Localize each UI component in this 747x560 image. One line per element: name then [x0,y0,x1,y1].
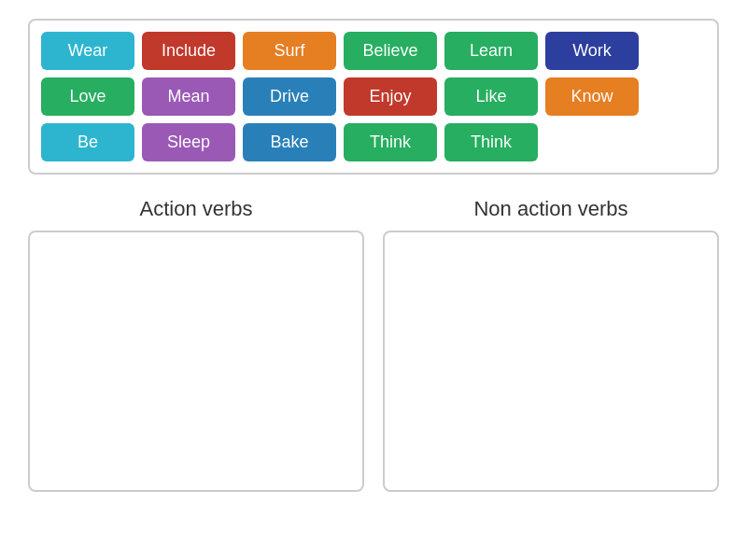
chip-learn[interactable]: Learn [444,32,538,70]
chip-mean[interactable]: Mean [142,77,235,116]
action-verbs-box[interactable] [28,231,364,492]
chip-sleep[interactable]: Sleep [142,123,235,161]
chip-enjoy[interactable]: Enjoy [344,77,437,116]
chip-love[interactable]: Love [41,77,134,116]
chip-like[interactable]: Like [444,77,538,116]
chip-know[interactable]: Know [545,77,639,116]
chip-think2[interactable]: Think [444,123,538,161]
chip-think1[interactable]: Think [344,123,437,161]
non-action-verbs-box[interactable] [383,231,719,492]
chip-be[interactable]: Be [41,123,134,161]
chip-work[interactable]: Work [545,32,639,70]
main-container: WearIncludeSurfBelieveLearnWorkLoveMeanD… [0,0,747,511]
categories-container: Action verbs Non action verbs [28,197,719,492]
chip-include[interactable]: Include [142,32,235,70]
chip-drive[interactable]: Drive [243,77,336,116]
word-bank: WearIncludeSurfBelieveLearnWorkLoveMeanD… [28,19,719,175]
chip-believe[interactable]: Believe [344,32,437,70]
non-action-verbs-category: Non action verbs [383,197,719,492]
chip-wear[interactable]: Wear [41,32,134,70]
action-verbs-title: Action verbs [28,197,364,221]
chip-surf[interactable]: Surf [243,32,336,70]
action-verbs-category: Action verbs [28,197,364,492]
non-action-verbs-title: Non action verbs [383,197,719,221]
chip-bake[interactable]: Bake [243,123,336,161]
